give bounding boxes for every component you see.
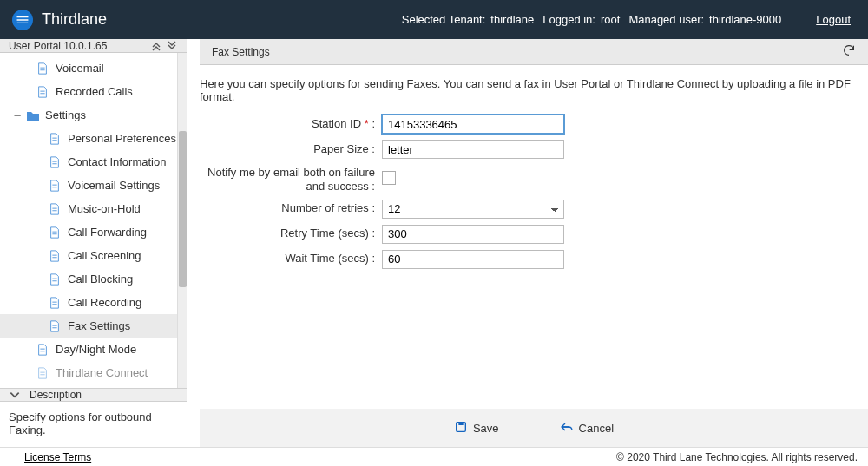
retries-label: Number of retries :	[200, 201, 382, 215]
chevron-down-icon	[9, 389, 21, 401]
sidebar-item-call-recording[interactable]: Call Recording	[0, 291, 177, 314]
sidebar-item-personal-preferences[interactable]: Personal Preferences	[0, 127, 177, 150]
brand-name: Thirdlane	[42, 10, 107, 29]
sidebar-title: User Portal 10.0.1.65	[9, 40, 107, 52]
nav-tree[interactable]: Voicemail Recorded Calls – Settings Pers…	[0, 53, 177, 388]
page-title: Fax Settings	[212, 46, 270, 58]
logo-icon	[12, 10, 33, 30]
document-icon	[49, 180, 61, 192]
sidebar-item-contact-information[interactable]: Contact Information	[0, 150, 177, 174]
svg-rect-1	[458, 422, 463, 424]
document-icon	[49, 226, 61, 239]
sidebar-folder-settings[interactable]: – Settings	[0, 103, 177, 127]
sidebar-item-voicemail-settings[interactable]: Voicemail Settings	[0, 174, 177, 197]
sidebar-item-fax-settings[interactable]: Fax Settings	[0, 314, 177, 338]
settings-form: Station ID * : Paper Size : Notify me by…	[187, 107, 868, 281]
document-icon	[49, 320, 61, 332]
expand-all-icon[interactable]	[166, 40, 178, 52]
logout-link[interactable]: Logout	[816, 13, 851, 26]
document-icon	[36, 86, 49, 98]
notify-checkbox[interactable]	[382, 171, 396, 185]
sidebar-item-call-screening[interactable]: Call Screening	[0, 244, 177, 267]
managed-user: Managed user: thirdlane-9000	[628, 13, 781, 26]
cancel-button[interactable]: Cancel	[560, 421, 614, 436]
logged-in-user: Logged in: root	[542, 13, 620, 26]
folder-icon	[26, 109, 40, 121]
sidebar-header: User Portal 10.0.1.65	[0, 39, 187, 53]
sidebar-item-recorded-calls[interactable]: Recorded Calls	[0, 80, 177, 103]
paper-size-label: Paper Size :	[200, 142, 382, 156]
document-icon	[49, 250, 61, 262]
retry-time-label: Retry Time (secs) :	[200, 226, 382, 240]
content-panel: Fax Settings Here you can specify option…	[187, 39, 868, 447]
document-icon	[36, 62, 49, 75]
retry-time-input[interactable]	[382, 225, 564, 244]
license-link[interactable]: License Terms	[24, 451, 91, 463]
undo-icon	[560, 421, 574, 436]
collapse-all-icon[interactable]	[150, 40, 162, 52]
content-header: Fax Settings	[200, 39, 868, 65]
top-bar: Thirdlane Selected Tenant: thirdlane Log…	[0, 0, 868, 39]
footer: License Terms © 2020 Third Lane Technolo…	[0, 447, 868, 466]
save-button[interactable]: Save	[454, 420, 499, 436]
station-id-input[interactable]	[382, 115, 564, 134]
save-icon	[454, 420, 468, 436]
scrollbar-thumb[interactable]	[179, 131, 187, 287]
refresh-icon[interactable]	[842, 43, 856, 60]
sidebar-item-day-night-mode[interactable]: Day/Night Mode	[0, 338, 177, 361]
document-icon	[49, 273, 61, 286]
sidebar-item-voicemail[interactable]: Voicemail	[0, 56, 177, 80]
sidebar-item-music-on-hold[interactable]: Music-on-Hold	[0, 197, 177, 220]
intro-text: Here you can specify options for sending…	[187, 65, 868, 107]
document-icon	[49, 133, 61, 145]
action-bar: Save Cancel	[200, 409, 868, 447]
notify-label: Notify me by email both on failure and s…	[200, 164, 382, 194]
retries-select[interactable]: 12	[382, 200, 564, 219]
wait-time-label: Wait Time (secs) :	[200, 252, 382, 266]
document-icon	[49, 203, 61, 215]
scrollbar[interactable]	[177, 53, 187, 388]
wait-time-input[interactable]	[382, 250, 564, 269]
document-icon	[49, 297, 61, 309]
sidebar-item-thirdlane-connect[interactable]: Thirdlane Connect	[0, 361, 177, 384]
brand: Thirdlane	[12, 10, 107, 30]
document-icon	[49, 156, 61, 168]
sidebar-item-call-forwarding[interactable]: Call Forwarding	[0, 220, 177, 244]
description-body: Specify options for outbound Faxing.	[0, 402, 187, 447]
sidebar-item-call-blocking[interactable]: Call Blocking	[0, 267, 177, 291]
paper-size-input[interactable]	[382, 140, 564, 159]
sidebar: User Portal 10.0.1.65 Voicemail	[0, 39, 187, 447]
description-header[interactable]: Description	[0, 388, 187, 402]
selected-tenant: Selected Tenant: thirdlane	[402, 13, 535, 26]
minus-icon[interactable]: –	[12, 108, 23, 121]
station-id-label: Station ID * :	[200, 117, 382, 131]
document-icon	[36, 344, 49, 356]
copyright: © 2020 Third Lane Technologies. All righ…	[616, 451, 858, 463]
document-icon	[36, 367, 49, 379]
